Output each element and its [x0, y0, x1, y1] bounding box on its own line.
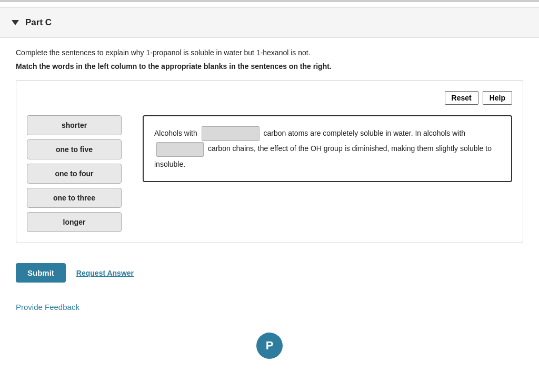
reset-button[interactable]: Reset [445, 91, 478, 105]
drag-item-one-to-three[interactable]: one to three [27, 188, 122, 208]
drag-item-one-to-five[interactable]: one to five [27, 139, 122, 159]
part-c-title: Part C [25, 17, 52, 28]
provide-feedback-section: Provide Feedback [0, 292, 539, 322]
part-c-body: Complete the sentences to explain why 1-… [0, 38, 539, 254]
part-c-section-header: Part C [0, 7, 539, 38]
drop-box-1[interactable] [202, 126, 259, 141]
bottom-logo-area: P [0, 322, 539, 369]
left-column: shorter one to five one to four one to t… [27, 115, 122, 232]
matching-area: shorter one to five one to four one to t… [27, 115, 512, 232]
sentence-part2: carbon atoms are completely soluble in w… [263, 129, 465, 137]
matching-container: Reset Help shorter one to five one to fo… [16, 80, 523, 243]
reset-help-row: Reset Help [27, 91, 512, 105]
logo-icon: P [256, 333, 283, 359]
sentence-part1: Alcohols with [154, 129, 197, 137]
drag-item-shorter[interactable]: shorter [27, 115, 122, 135]
drag-item-one-to-four[interactable]: one to four [27, 164, 122, 184]
help-button[interactable]: Help [483, 91, 512, 105]
collapse-icon[interactable] [12, 20, 19, 25]
instructions-line1: Complete the sentences to explain why 1-… [16, 48, 523, 57]
right-column: Alcohols with carbon atoms are completel… [143, 115, 512, 182]
sentence-part3: carbon chains, the effect of the OH grou… [154, 144, 492, 168]
provide-feedback-link[interactable]: Provide Feedback [16, 303, 79, 311]
instructions-line2: Match the words in the left column to th… [16, 62, 523, 71]
request-answer-button[interactable]: Request Answer [76, 269, 134, 277]
sentence-text: Alcohols with carbon atoms are completel… [154, 126, 501, 172]
drop-box-2[interactable] [156, 142, 204, 157]
actions-row: Submit Request Answer [0, 254, 539, 292]
drag-item-longer[interactable]: longer [27, 212, 122, 232]
submit-button[interactable]: Submit [16, 263, 66, 283]
